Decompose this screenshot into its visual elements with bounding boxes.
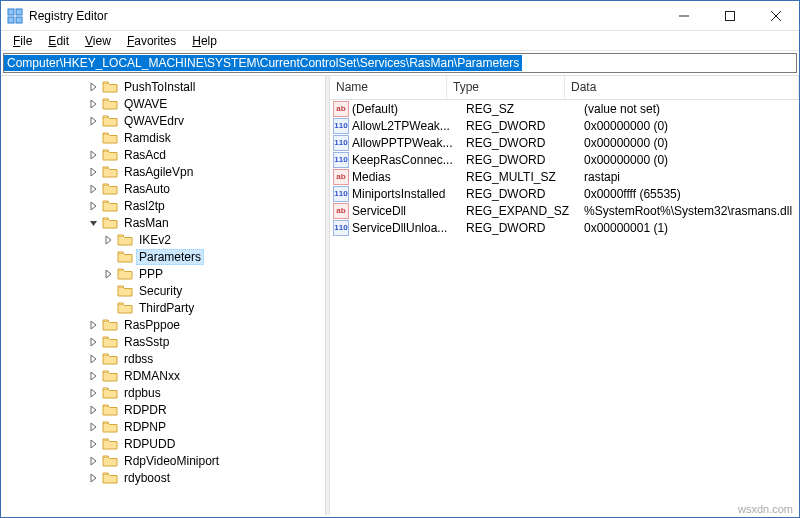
maximize-button[interactable] — [707, 1, 753, 31]
menubar: FileEditViewFavoritesHelp — [1, 31, 799, 51]
cell-data: 0x0000ffff (65535) — [584, 187, 796, 201]
tree-item-security[interactable]: Security — [1, 282, 325, 299]
string-value-icon: ab — [333, 169, 349, 185]
tree-item-parameters[interactable]: Parameters — [1, 248, 325, 265]
tree-item-qwavedrv[interactable]: QWAVEdrv — [1, 112, 325, 129]
value-row[interactable]: abServiceDllREG_EXPAND_SZ%SystemRoot%\Sy… — [330, 202, 799, 219]
tree-item-rasauto[interactable]: RasAuto — [1, 180, 325, 197]
cell-data: 0x00000000 (0) — [584, 119, 796, 133]
dword-value-icon: 110 — [333, 152, 349, 168]
tree-item-rdmanxx[interactable]: RDMANxx — [1, 367, 325, 384]
value-row[interactable]: ab(Default)REG_SZ(value not set) — [330, 100, 799, 117]
tree-item-rasman[interactable]: RasMan — [1, 214, 325, 231]
tree-item-pushtoinstall[interactable]: PushToInstall — [1, 78, 325, 95]
window-title: Registry Editor — [29, 9, 108, 23]
expand-icon[interactable] — [86, 96, 102, 112]
cell-type: REG_DWORD — [466, 119, 584, 133]
tree-item-rasl2tp[interactable]: Rasl2tp — [1, 197, 325, 214]
tree-item-ramdisk[interactable]: Ramdisk — [1, 129, 325, 146]
expand-icon[interactable] — [86, 368, 102, 384]
expand-icon[interactable] — [86, 113, 102, 129]
cell-data: 0x00000000 (0) — [584, 136, 796, 150]
value-row[interactable]: 110AllowL2TPWeak...REG_DWORD0x00000000 (… — [330, 117, 799, 134]
cell-name: MiniportsInstalled — [352, 187, 466, 201]
expand-icon[interactable] — [86, 351, 102, 367]
menu-edit[interactable]: Edit — [40, 32, 77, 50]
expand-icon[interactable] — [86, 436, 102, 452]
tree-item-rdpbus[interactable]: rdpbus — [1, 384, 325, 401]
tree-item-ikev2[interactable]: IKEv2 — [1, 231, 325, 248]
address-bar[interactable]: Computer\HKEY_LOCAL_MACHINE\SYSTEM\Curre… — [3, 53, 797, 73]
expand-icon[interactable] — [86, 147, 102, 163]
folder-icon — [102, 334, 118, 350]
expand-icon[interactable] — [86, 198, 102, 214]
tree-item-rdpdr[interactable]: RDPDR — [1, 401, 325, 418]
folder-icon — [102, 181, 118, 197]
cell-type: REG_DWORD — [466, 136, 584, 150]
folder-icon — [117, 283, 133, 299]
expand-icon[interactable] — [86, 470, 102, 486]
expand-icon[interactable] — [86, 79, 102, 95]
tree-item-label: Rasl2tp — [121, 198, 168, 214]
tree-item-rdpvideominiport[interactable]: RdpVideoMiniport — [1, 452, 325, 469]
list-panel[interactable]: Name Type Data ab(Default)REG_SZ(value n… — [330, 76, 799, 515]
tree-item-label: rdyboost — [121, 470, 173, 486]
folder-icon — [102, 164, 118, 180]
value-row[interactable]: 110MiniportsInstalledREG_DWORD0x0000ffff… — [330, 185, 799, 202]
tree-item-label: RasAgileVpn — [121, 164, 196, 180]
tree-item-rdbss[interactable]: rdbss — [1, 350, 325, 367]
menu-file[interactable]: File — [5, 32, 40, 50]
value-row[interactable]: 110KeepRasConnec...REG_DWORD0x00000000 (… — [330, 151, 799, 168]
dword-value-icon: 110 — [333, 186, 349, 202]
col-header-type[interactable]: Type — [447, 76, 565, 99]
tree-item-rdpnp[interactable]: RDPNP — [1, 418, 325, 435]
tree-item-rasagilevpn[interactable]: RasAgileVpn — [1, 163, 325, 180]
collapse-icon[interactable] — [86, 215, 102, 231]
folder-icon — [102, 402, 118, 418]
cell-data: rastapi — [584, 170, 796, 184]
expand-icon[interactable] — [86, 453, 102, 469]
cell-data: %SystemRoot%\System32\rasmans.dll — [584, 204, 796, 218]
value-row[interactable]: abMediasREG_MULTI_SZrastapi — [330, 168, 799, 185]
tree-panel[interactable]: PushToInstallQWAVEQWAVEdrvRamdiskRasAcdR… — [1, 76, 325, 515]
app-icon — [7, 8, 23, 24]
expand-icon[interactable] — [86, 402, 102, 418]
tree-item-thirdparty[interactable]: ThirdParty — [1, 299, 325, 316]
folder-icon — [102, 147, 118, 163]
tree-item-label: RDPDR — [121, 402, 170, 418]
cell-type: REG_EXPAND_SZ — [466, 204, 584, 218]
expand-icon[interactable] — [86, 317, 102, 333]
expand-icon[interactable] — [101, 266, 117, 282]
expand-icon[interactable] — [101, 232, 117, 248]
expand-icon[interactable] — [86, 419, 102, 435]
col-header-data[interactable]: Data — [565, 76, 799, 99]
tree-item-rasacd[interactable]: RasAcd — [1, 146, 325, 163]
cell-name: ServiceDll — [352, 204, 466, 218]
cell-data: (value not set) — [584, 102, 796, 116]
watermark: wsxdn.com — [738, 503, 793, 515]
folder-icon — [102, 368, 118, 384]
expand-icon[interactable] — [86, 164, 102, 180]
folder-icon — [102, 419, 118, 435]
menu-favorites[interactable]: Favorites — [119, 32, 184, 50]
expand-icon[interactable] — [86, 181, 102, 197]
minimize-button[interactable] — [661, 1, 707, 31]
folder-icon — [102, 96, 118, 112]
tree-item-qwave[interactable]: QWAVE — [1, 95, 325, 112]
tree-item-rassstp[interactable]: RasSstp — [1, 333, 325, 350]
close-button[interactable] — [753, 1, 799, 31]
cell-name: AllowL2TPWeak... — [352, 119, 466, 133]
menu-view[interactable]: View — [77, 32, 119, 50]
value-row[interactable]: 110ServiceDllUnloa...REG_DWORD0x00000001… — [330, 219, 799, 236]
value-row[interactable]: 110AllowPPTPWeak...REG_DWORD0x00000000 (… — [330, 134, 799, 151]
expand-icon[interactable] — [86, 385, 102, 401]
tree-item-ppp[interactable]: PPP — [1, 265, 325, 282]
cell-name: (Default) — [352, 102, 466, 116]
col-header-name[interactable]: Name — [330, 76, 447, 99]
tree-item-rdyboost[interactable]: rdyboost — [1, 469, 325, 486]
cell-type: REG_MULTI_SZ — [466, 170, 584, 184]
expand-icon[interactable] — [86, 334, 102, 350]
menu-help[interactable]: Help — [184, 32, 225, 50]
tree-item-raspppoe[interactable]: RasPppoe — [1, 316, 325, 333]
tree-item-rdpudd[interactable]: RDPUDD — [1, 435, 325, 452]
